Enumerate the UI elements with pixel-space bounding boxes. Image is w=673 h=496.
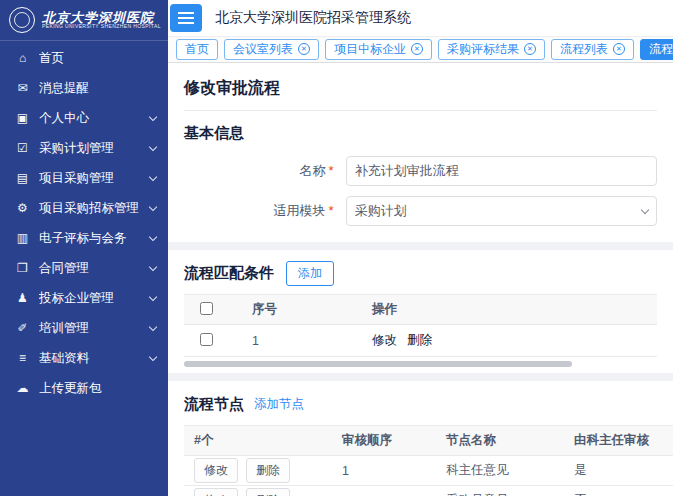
chevron-down-icon: [149, 262, 157, 270]
cell-order: 1: [332, 456, 436, 486]
column-header-actions: #个: [184, 426, 332, 456]
column-header-order: 审核顺序: [332, 426, 436, 456]
sidebar-item-profile[interactable]: ▣ 个人中心: [0, 103, 168, 133]
section-gap: [168, 373, 673, 381]
row-checkbox[interactable]: [200, 333, 213, 346]
tab-label: 流程: [649, 41, 673, 58]
module-field-label: 适用模块: [274, 203, 326, 218]
cell-director-review: 是: [564, 456, 673, 486]
app-root: 北京大学深圳医院 PEKING UNIVERSITY SHENZHEN HOSP…: [0, 0, 673, 496]
required-asterisk: *: [329, 203, 334, 218]
scrollbar-thumb[interactable]: [184, 361, 572, 367]
match-conditions-section: 流程匹配条件 添加 序号 操作 字段: [168, 250, 673, 373]
name-field-label: 名称: [300, 163, 326, 178]
edit-button[interactable]: 修改: [194, 488, 238, 496]
column-header-director-review: 由科主任审核: [564, 426, 673, 456]
sidebar-item-upload-package[interactable]: ☁ 上传更新包: [0, 373, 168, 403]
tab-winning-bidders[interactable]: 项目中标企业 ✕: [325, 39, 432, 60]
sidebar-item-evaluation[interactable]: ▥ 电子评标与会务: [0, 223, 168, 253]
table-header-row: #个 审核顺序 节点名称 由科主任审核: [184, 426, 673, 456]
topbar: 北京大学深圳医院招采管理系统: [168, 0, 673, 36]
clipboard-check-icon: ☑: [15, 141, 30, 155]
delete-button[interactable]: 删除: [246, 488, 290, 496]
close-icon[interactable]: ✕: [298, 43, 310, 55]
cell-node-name: 采购员意见: [436, 486, 564, 496]
book-icon: ▤: [15, 171, 30, 185]
table-row: 修改删除 2 采购员意见 否: [184, 486, 673, 496]
tab-evaluation-results[interactable]: 采购评标结果 ✕: [438, 39, 545, 60]
id-card-icon: ▣: [15, 111, 30, 125]
section-title-process-nodes: 流程节点: [184, 394, 244, 414]
column-header-node-name: 节点名称: [436, 426, 564, 456]
sidebar-item-project-purchase[interactable]: ▤ 项目采购管理: [0, 163, 168, 193]
sidebar-item-contract[interactable]: ❐ 合同管理: [0, 253, 168, 283]
sidebar-logo-block: 北京大学深圳医院 PEKING UNIVERSITY SHENZHEN HOSP…: [0, 0, 168, 41]
gear-icon: ⚙: [15, 201, 30, 215]
sidebar-item-bidding-mgmt[interactable]: ⚙ 项目采购招标管理: [0, 193, 168, 223]
section-title-match-conditions: 流程匹配条件: [184, 263, 274, 283]
bell-icon: ✉: [15, 81, 30, 95]
form-row-name: 名称*: [184, 156, 657, 186]
module-select[interactable]: 采购计划: [346, 196, 657, 226]
sidebar-item-bidder-companies[interactable]: ♟ 投标企业管理: [0, 283, 168, 313]
tab-label: 项目中标企业: [334, 41, 406, 58]
copy-icon: ❐: [15, 261, 30, 275]
tab-label: 会议室列表: [233, 41, 293, 58]
section-title-basic-info: 基本信息: [184, 123, 657, 143]
close-icon[interactable]: ✕: [613, 43, 625, 55]
process-nodes-section: 流程节点 添加节点 #个 审核顺序 节点名称 由科主任审核: [168, 381, 673, 496]
sidebar-item-purchase-plan[interactable]: ☑ 采购计划管理: [0, 133, 168, 163]
chevron-down-icon: [149, 232, 157, 240]
chevron-down-icon: [149, 202, 157, 210]
cell-field: [649, 325, 657, 357]
section-gap: [168, 242, 673, 250]
form-row-module: 适用模块* 采购计划: [184, 196, 657, 226]
close-icon[interactable]: ✕: [411, 43, 423, 55]
app-title: 北京大学深圳医院招采管理系统: [215, 9, 411, 27]
column-header-seq: 序号: [242, 295, 362, 325]
sidebar: 北京大学深圳医院 PEKING UNIVERSITY SHENZHEN HOSP…: [0, 0, 168, 496]
delete-button[interactable]: 删除: [246, 458, 290, 483]
sidebar-item-training[interactable]: ✐ 培训管理: [0, 313, 168, 343]
edit-link[interactable]: 修改: [372, 333, 397, 347]
tab-label: 流程列表: [560, 41, 608, 58]
cloud-upload-icon: ☁: [15, 381, 30, 395]
hospital-logo: [9, 7, 35, 33]
tab-process-list[interactable]: 流程列表 ✕: [551, 39, 634, 60]
sidebar-item-label: 项目采购管理: [39, 170, 146, 187]
sidebar-item-label: 上传更新包: [39, 380, 156, 397]
delete-link[interactable]: 删除: [407, 333, 432, 347]
cell-seq: 1: [242, 325, 362, 357]
sidebar-item-label: 合同管理: [39, 260, 146, 277]
close-icon[interactable]: ✕: [524, 43, 536, 55]
hospital-name: 北京大学深圳医院: [42, 11, 161, 25]
name-input[interactable]: [346, 156, 657, 186]
chevron-down-icon: [149, 112, 157, 120]
layers-icon: ≡: [15, 351, 30, 365]
chevron-down-icon: [641, 205, 649, 213]
add-condition-button[interactable]: 添加: [286, 261, 334, 286]
tab-meeting-room-list[interactable]: 会议室列表 ✕: [224, 39, 319, 60]
menu-toggle-button[interactable]: [170, 4, 202, 32]
cell-director-review: 否: [564, 486, 673, 496]
sidebar-item-home[interactable]: ⌂ 首页: [0, 43, 168, 73]
sidebar-item-label: 项目采购招标管理: [39, 200, 146, 217]
sidebar-item-label: 个人中心: [39, 110, 146, 127]
hamburger-icon: [178, 17, 194, 19]
module-select-value: 采购计划: [355, 202, 407, 220]
page-content: 修改审批流程 基本信息 名称* 适用模块* 采购计划: [168, 63, 673, 496]
user-icon: ♟: [15, 291, 30, 305]
sidebar-item-basic-data[interactable]: ≡ 基础资料: [0, 343, 168, 373]
add-node-link[interactable]: 添加节点: [254, 396, 304, 413]
cell-node-name: 科主任意见: [436, 456, 564, 486]
tab-label: 首页: [185, 41, 209, 58]
tab-process[interactable]: 流程 ✕: [640, 39, 673, 60]
edit-button[interactable]: 修改: [194, 458, 238, 483]
sidebar-item-messages[interactable]: ✉ 消息提醒: [0, 73, 168, 103]
tab-home[interactable]: 首页: [176, 39, 218, 60]
sidebar-item-label: 培训管理: [39, 320, 146, 337]
hospital-name-en: PEKING UNIVERSITY SHENZHEN HOSPITAL: [42, 24, 161, 29]
sidebar-item-label: 采购计划管理: [39, 140, 146, 157]
page-header: 修改审批流程: [168, 63, 673, 111]
select-all-checkbox[interactable]: [200, 302, 213, 315]
